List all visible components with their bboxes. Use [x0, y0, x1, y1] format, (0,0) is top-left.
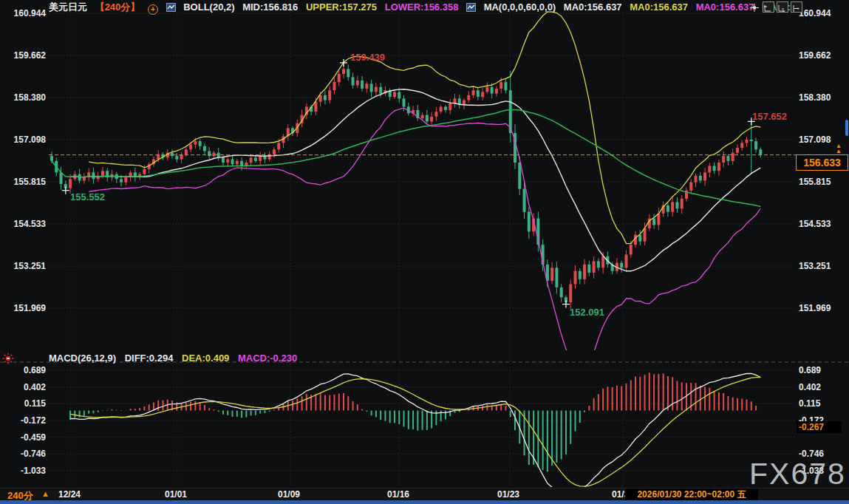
price-tick: 151.969 — [799, 303, 831, 313]
price-tick: 157.098 — [1, 134, 46, 145]
macd-tick: 0.689 — [799, 365, 821, 375]
ma0-magenta-value: MA0:156.637 — [696, 1, 754, 13]
crosshair-icon[interactable] — [749, 1, 760, 13]
boll-mid-value: MID:156.816 — [242, 1, 298, 13]
price-tick: 159.662 — [1, 50, 46, 61]
price-tick: 154.533 — [799, 219, 831, 229]
macd-tick: 0.115 — [799, 398, 820, 409]
ma0-white-value: MA0:156.637 — [564, 1, 622, 13]
macd-title: MACD(26,12,9) — [49, 353, 116, 364]
macd-tick: 0.402 — [799, 382, 821, 392]
macd-tick: -1.033 — [1, 466, 46, 476]
price-tick: 158.380 — [1, 92, 46, 103]
macd-tick: -0.746 — [1, 449, 46, 459]
price-tick: 160.944 — [1, 8, 46, 18]
pan-right-icon[interactable] — [791, 1, 802, 13]
ma0-yellow-value: MA0:156.637 — [630, 1, 688, 13]
macd-header: MACD(26,12,9) DIFF:0.294 DEA:0.409 MACD:… — [49, 353, 303, 364]
boll-mini-chart-icon[interactable] — [166, 3, 176, 12]
macd-tick: 0.115 — [1, 398, 46, 409]
add-indicator-icon[interactable]: + — [148, 4, 158, 15]
boll-lower-value: LOWER:156.358 — [385, 1, 459, 13]
macd-value: MACD:-0.230 — [238, 353, 297, 364]
price-tick: 154.533 — [1, 219, 46, 229]
chart-canvas[interactable] — [0, 0, 849, 504]
price-tick: 159.662 — [799, 50, 831, 61]
price-tick: 151.969 — [1, 303, 46, 313]
low-annotation: 152.091 — [570, 307, 604, 318]
macd-highlight-value: -0.267 — [797, 421, 842, 433]
low-annotation: 155.552 — [70, 191, 105, 202]
time-tick: 12/24 — [58, 489, 81, 500]
time-tick: 01/09 — [278, 489, 300, 500]
price-tick: 157.098 — [799, 134, 831, 145]
price-tick: 160.944 — [799, 8, 831, 18]
time-tick: 01/01 — [165, 489, 187, 500]
macd-tick: -0.459 — [1, 432, 46, 443]
timeframe-badge[interactable]: 【240分】 — [95, 1, 140, 13]
macd-dea-value: DEA:0.409 — [182, 353, 229, 364]
price-tick: 155.815 — [1, 177, 46, 187]
scale-left-icon[interactable] — [763, 1, 774, 13]
bottom-scrollbar[interactable] — [0, 500, 849, 504]
price-tick: 153.251 — [1, 261, 46, 271]
time-tick: 01/16 — [387, 489, 409, 500]
last-price-box: 156.633 — [796, 154, 848, 171]
right-edge-handle[interactable] — [845, 120, 848, 136]
price-tick: 155.815 — [799, 177, 831, 187]
high-annotation: 159.439 — [350, 52, 385, 63]
boll-upper-value: UPPER:157.275 — [306, 1, 377, 13]
time-highlight: 2026/01/30 22:00~02:00 五 — [625, 488, 758, 500]
time-tick: 01/23 — [497, 489, 519, 500]
scale-right-icon[interactable] — [777, 1, 788, 13]
macd-tick: 0.402 — [1, 382, 46, 392]
high-annotation: 157.652 — [752, 111, 787, 122]
alarm-icon[interactable] — [2, 353, 14, 364]
watermark: FX678 — [749, 457, 846, 491]
timeframe-arrow-icon[interactable]: ▲ — [41, 489, 50, 498]
chart-toolbar — [749, 1, 802, 13]
boll-label: BOLL(20,2) — [183, 1, 234, 13]
price-tick: 153.251 — [799, 261, 831, 271]
price-marker-arrows: ▲▲ — [833, 143, 844, 154]
macd-tick: 0.689 — [1, 365, 46, 375]
ma-mini-chart-icon[interactable] — [466, 3, 476, 12]
ma-label: MA(0,0,0,60,0,0) — [484, 1, 556, 13]
macd-tick: -0.172 — [1, 415, 46, 426]
price-tick: 158.380 — [799, 92, 831, 103]
chart-header: 美元日元 【240分】 + BOLL(20,2) MID:156.816 UPP… — [49, 1, 796, 15]
macd-diff-value: DIFF:0.294 — [125, 353, 174, 364]
symbol-title: 美元日元 — [49, 1, 87, 13]
chart-window: 160.944 159.662 158.380 157.098 155.815 … — [0, 0, 849, 504]
